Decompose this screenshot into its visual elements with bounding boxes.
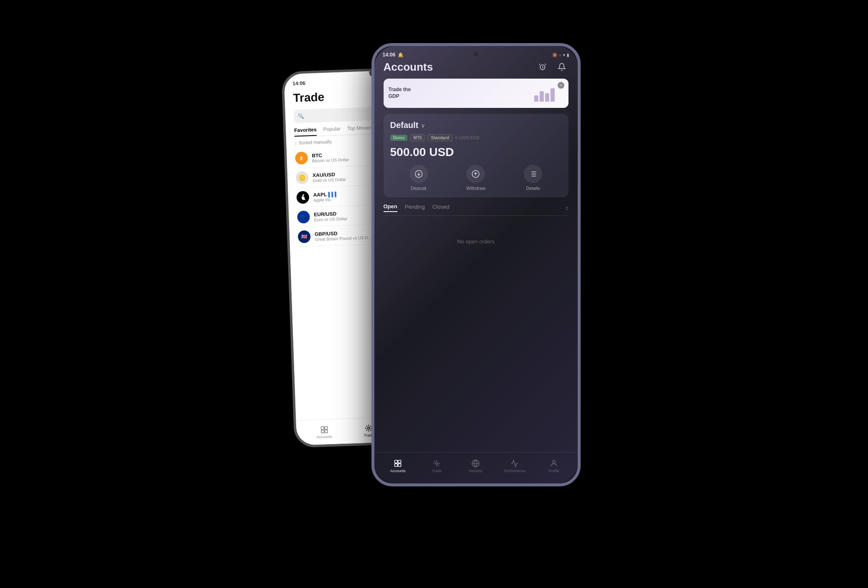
deposit-button[interactable]: Deposit — [410, 165, 428, 191]
accounts-header: Accounts — [384, 60, 568, 74]
search-icon: 🔍 — [297, 113, 304, 120]
notification-button[interactable] — [555, 60, 568, 74]
wifi-icon: ▾ — [563, 53, 565, 57]
accounts-title: Accounts — [384, 61, 433, 74]
scene: 14:06 🔔 Trade 🔍 Favorites Popular Top Mo… — [288, 43, 581, 545]
xau-logo: 🪙 — [295, 171, 308, 184]
details-label: Details — [526, 186, 540, 191]
withdraw-label: Withdraw — [466, 186, 486, 191]
tag-mt5: MT5 — [410, 134, 425, 141]
alarm-button[interactable] — [536, 60, 549, 74]
svg-rect-19 — [398, 460, 401, 463]
btc-logo: ₿ — [295, 152, 308, 165]
orders-tabs: Open Pending Closed ↕ — [384, 203, 568, 216]
withdraw-icon — [466, 165, 485, 183]
tag-demo: Demo — [390, 135, 408, 141]
svg-rect-21 — [398, 463, 401, 466]
front-nav-performance[interactable]: Performance — [504, 459, 526, 473]
banner-close-button[interactable]: × — [558, 82, 564, 89]
tab-closed[interactable]: Closed — [432, 204, 449, 212]
screen-front: Accounts — [374, 60, 578, 261]
bottom-nav-front: Accounts Trade Markets — [374, 452, 578, 483]
aapl-bar-icon: ▌▌▌ — [328, 192, 338, 197]
orders-sort-icon[interactable]: ↕ — [566, 205, 568, 211]
front-notif-icon: 🔔 — [398, 52, 404, 58]
status-right: 🔕 ⬦ ▾ ▮ — [552, 53, 569, 57]
svg-rect-18 — [394, 460, 397, 463]
nav-accounts[interactable]: Accounts — [316, 425, 332, 439]
banner-graphic — [534, 85, 555, 102]
account-tags: Demo MT5 Standard # 116814330 — [390, 134, 562, 141]
account-name: Default — [390, 120, 419, 130]
signal-icon: 🔕 — [552, 53, 557, 57]
account-card-header: Default ∨ — [390, 120, 562, 130]
withdraw-button[interactable]: Withdraw — [466, 165, 486, 191]
account-dropdown-icon[interactable]: ∨ — [421, 122, 425, 129]
front-nav-profile[interactable]: Profile — [543, 459, 564, 473]
deposit-icon — [410, 165, 428, 183]
sort-icon: ↕ — [294, 140, 297, 145]
account-balance: 500.00 USD — [390, 146, 562, 159]
front-nav-accounts[interactable]: Accounts — [387, 459, 408, 473]
gbp-logo: 🇬🇧 — [297, 230, 310, 243]
svg-point-24 — [553, 460, 556, 463]
svg-rect-4 — [324, 430, 327, 433]
account-actions: Deposit Withdraw — [390, 165, 562, 191]
aapl-logo — [296, 191, 309, 204]
promo-banner[interactable]: Trade the GDP × — [384, 79, 568, 108]
tab-popular[interactable]: Popular — [323, 126, 341, 135]
account-card: Default ∨ Demo MT5 Standard # 116814330 … — [384, 114, 568, 197]
svg-rect-3 — [321, 430, 324, 433]
tab-pending[interactable]: Pending — [405, 204, 425, 212]
no-orders-message: No open orders — [384, 222, 568, 261]
status-left: 14:06 🔔 — [383, 52, 404, 58]
front-nav-trade[interactable]: Trade — [426, 459, 447, 473]
bluetooth-icon: ⬦ — [559, 53, 561, 57]
phone-front: 14:06 🔔 🔕 ⬦ ▾ ▮ Accounts — [371, 43, 581, 486]
tab-favorites[interactable]: Favorites — [294, 127, 317, 137]
svg-rect-20 — [394, 463, 397, 466]
tab-open[interactable]: Open — [384, 203, 397, 212]
front-time: 14:06 — [383, 52, 396, 58]
back-time: 14:06 — [292, 80, 305, 87]
svg-point-5 — [367, 427, 369, 429]
svg-rect-2 — [324, 426, 327, 429]
front-nav-markets[interactable]: Markets — [465, 459, 486, 473]
deposit-label: Deposit — [411, 186, 426, 191]
battery-icon: ▮ — [567, 53, 569, 57]
account-id: # 116814330 — [455, 135, 479, 140]
tab-top-movers[interactable]: Top Movers — [347, 125, 373, 135]
eur-logo: 🇪🇺 — [297, 210, 310, 223]
camera-hole — [474, 52, 478, 56]
details-button[interactable]: Details — [524, 165, 542, 191]
svg-point-22 — [435, 462, 438, 464]
details-icon — [524, 165, 542, 183]
svg-rect-1 — [321, 427, 324, 429]
accounts-icons — [536, 60, 568, 74]
banner-text: Trade the GDP — [389, 87, 411, 100]
tag-standard: Standard — [428, 134, 452, 141]
